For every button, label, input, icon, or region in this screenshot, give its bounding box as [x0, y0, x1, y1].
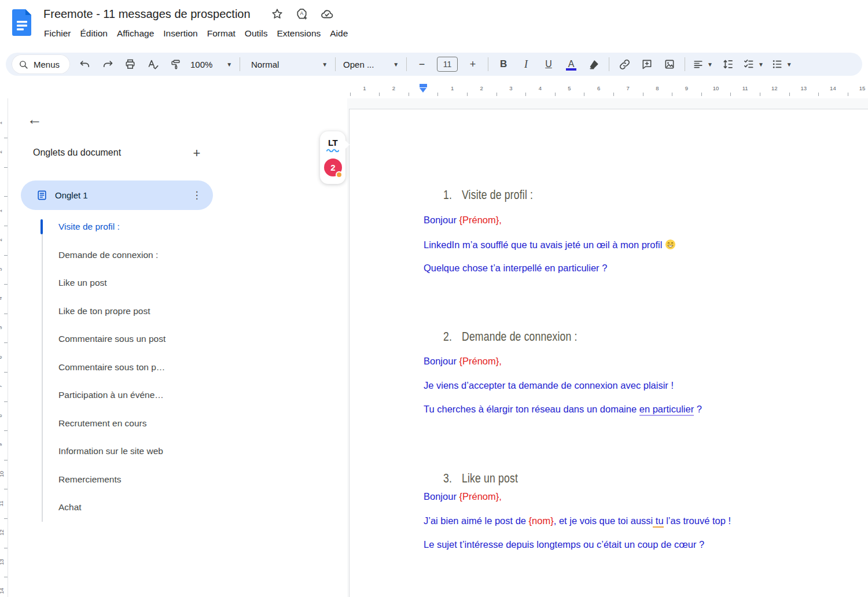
doc-line[interactable]: Je viens d’accepter ta demande de connex… [350, 380, 868, 393]
back-arrow-icon[interactable]: ← [24, 109, 45, 130]
outline-item-label: Commentaire sous ton p… [58, 362, 165, 373]
drive-move-icon[interactable]: A [295, 7, 309, 21]
left-indent-handle[interactable] [420, 88, 426, 93]
section-heading[interactable]: 3.Like un post [350, 470, 868, 487]
outline-item[interactable]: Information sur le site web [8, 437, 347, 466]
doc-line[interactable]: Bonjour {Prénom}, [350, 215, 868, 227]
section-heading[interactable]: 2.Demande de connexion : [350, 329, 868, 345]
insert-link-button[interactable] [617, 57, 632, 72]
line-spacing-button[interactable] [720, 57, 735, 72]
menu-extensions[interactable]: Extensions [272, 26, 325, 41]
outline-item[interactable]: Like un post [8, 269, 347, 297]
google-docs-app: Freemote - 11 messages de prospection A … [0, 0, 868, 597]
add-tab-button[interactable]: + [186, 143, 207, 164]
ruler-number: 3 [0, 268, 3, 271]
horizontal-ruler: 21123456789101112131415 [0, 82, 868, 98]
doc-text: l’as trouvé top ! [664, 515, 731, 526]
ruler-tick [848, 93, 848, 96]
ruler-number: 5 [0, 326, 3, 329]
outline-item[interactable]: Remerciements [8, 466, 347, 494]
ruler-number: 4 [0, 297, 3, 300]
ruler-number: 11 [742, 85, 748, 91]
doc-line[interactable]: Le sujet t’intéresse depuis longtemps ou… [350, 539, 868, 552]
ruler-number: 13 [0, 559, 5, 565]
menu-affichage[interactable]: Affichage [112, 26, 159, 41]
cloud-saved-icon[interactable] [320, 7, 334, 21]
section-heading-text: Visite de profil : [462, 188, 533, 202]
search-menus-button[interactable]: Menus [12, 54, 70, 74]
document-title[interactable]: Freemote - 11 messages de prospection [43, 8, 251, 21]
doc-line[interactable]: Bonjour {Prénom}, [350, 356, 868, 368]
menu-fichier[interactable]: Fichier [39, 26, 76, 41]
zoom-select[interactable]: 100%▼ [190, 60, 232, 69]
text-color-button[interactable]: A [564, 57, 579, 72]
underline-button[interactable]: U [541, 57, 556, 72]
ruler-number: 7 [0, 385, 3, 388]
menu-bar: FichierÉditionAffichageInsertionFormatOu… [39, 26, 352, 41]
outline-item[interactable]: Recrutement en cours [8, 410, 347, 438]
toolbar-divider [685, 57, 685, 71]
doc-text: Bonjour [424, 491, 459, 502]
outline-item[interactable]: Like de ton propre post [8, 297, 347, 326]
doc-section: 2.Demande de connexion :Bonjour {Prénom}… [350, 329, 868, 428]
doc-line[interactable]: J’ai bien aimé le post de {nom}, et je v… [350, 515, 868, 528]
menu-format[interactable]: Format [203, 26, 240, 41]
outline-item[interactable]: Visite de profil : [8, 213, 347, 241]
google-docs-logo-icon[interactable] [12, 9, 32, 36]
ruler-number: 10 [713, 85, 719, 91]
bold-button[interactable]: B [496, 57, 511, 72]
decrease-font-size-button[interactable]: − [414, 57, 429, 72]
star-icon[interactable] [270, 7, 284, 21]
insert-image-button[interactable] [662, 57, 677, 72]
paragraph-style-select[interactable]: Normal▼ [248, 60, 328, 69]
doc-line[interactable]: Quelque chose t’a interpellé en particul… [350, 263, 868, 275]
languagetool-icon[interactable]: LT [320, 138, 345, 148]
ruler-tick [4, 430, 8, 431]
increase-font-size-button[interactable]: + [465, 57, 480, 72]
ruler-tick [4, 167, 8, 168]
outline-item[interactable]: Participation à un événe… [8, 381, 347, 410]
outline-item[interactable]: Commentaire sous un post [8, 325, 347, 353]
doc-text: Le sujet t’intéresse depuis longtemps ou… [424, 539, 704, 550]
doc-text-underlined: tu [653, 515, 663, 528]
zoom-value: 100% [190, 60, 212, 69]
indent-marker[interactable] [419, 84, 427, 95]
bulleted-list-button[interactable]: ▼ [771, 58, 792, 70]
doc-line[interactable]: Tu cherches à élargir ton réseau dans un… [350, 404, 868, 417]
align-button[interactable]: ▼ [693, 59, 713, 70]
doc-line[interactable]: Bonjour {Prénom}, [350, 491, 868, 504]
toolbar-divider [240, 57, 240, 71]
doc-line[interactable]: LinkedIn m’a soufflé que tu avais jeté u… [350, 239, 868, 252]
tab-options-icon[interactable]: ⋮ [190, 189, 204, 201]
paint-format-button[interactable] [168, 57, 183, 72]
doc-text: {Prénom}, [459, 356, 501, 366]
menu-edition[interactable]: Édition [76, 26, 112, 41]
menu-insertion[interactable]: Insertion [159, 26, 202, 41]
spellcheck-button[interactable] [145, 57, 160, 72]
section-heading-text: Like un post [462, 471, 518, 485]
ruler-tick [4, 577, 8, 577]
add-comment-button[interactable] [639, 57, 654, 72]
menu-outils[interactable]: Outils [240, 26, 273, 41]
italic-button[interactable]: I [518, 57, 534, 72]
outline-item[interactable]: Demande de connexion : [8, 241, 347, 270]
document-page[interactable]: 1.Visite de profil :Bonjour {Prénom},Lin… [349, 109, 868, 597]
ruler-tick [4, 518, 8, 519]
font-size-input[interactable]: 11 [437, 57, 458, 72]
highlight-color-button[interactable] [586, 57, 601, 72]
print-button[interactable] [123, 57, 138, 72]
first-line-indent-handle[interactable] [420, 84, 427, 87]
ruler-tick [701, 93, 702, 96]
section-heading[interactable]: 1.Visite de profil : [350, 187, 868, 203]
font-family-select[interactable]: Open ...▼ [343, 60, 399, 69]
outline-item[interactable]: Commentaire sous ton p… [8, 353, 347, 382]
redo-button[interactable] [100, 57, 115, 72]
ruler-tick [409, 93, 409, 96]
checklist-button[interactable]: ▼ [743, 58, 764, 70]
tab-onglet-1[interactable]: Onglet 1 ⋮ [21, 180, 213, 210]
outline-item-label: Remerciements [58, 474, 122, 485]
undo-button[interactable] [78, 57, 93, 72]
outline-item[interactable]: Achat [8, 493, 347, 522]
ruler-number: 9 [0, 443, 3, 446]
menu-aide[interactable]: Aide [325, 26, 352, 41]
